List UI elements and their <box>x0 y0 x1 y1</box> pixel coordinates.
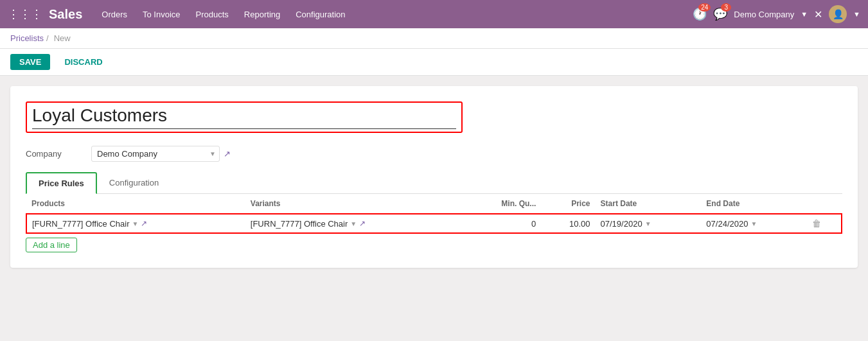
col-price: Price <box>541 194 595 214</box>
pricelist-name-input[interactable] <box>32 105 456 129</box>
company-select-wrapper: Demo Company ▼ ↗ <box>91 146 231 162</box>
company-select-container: Demo Company ▼ <box>91 146 220 162</box>
company-selector[interactable]: Demo Company <box>734 10 794 19</box>
company-external-link-icon[interactable]: ↗ <box>224 149 231 159</box>
table-row: [FURN_7777] Office Chair ▼ ↗ [FURN_7777]… <box>26 214 842 233</box>
variant-dropdown-arrow[interactable]: ▼ <box>350 220 357 227</box>
variant-value[interactable]: [FURN_7777] Office Chair <box>251 219 348 229</box>
col-start-date: Start Date <box>596 194 702 214</box>
col-variants: Variants <box>245 194 463 214</box>
variant-field: [FURN_7777] Office Chair ▼ ↗ <box>251 219 366 229</box>
save-button[interactable]: SAVE <box>10 54 50 70</box>
start-date-dropdown-arrow[interactable]: ▼ <box>645 220 651 227</box>
company-dropdown-arrow[interactable]: ▼ <box>801 10 808 18</box>
app-brand: Sales <box>49 7 82 22</box>
row-variant: [FURN_7777] Office Chair ▼ ↗ <box>245 214 463 233</box>
nav-to-invoice[interactable]: To Invoice <box>136 6 187 23</box>
end-date-value[interactable]: 07/24/2020 <box>706 219 748 229</box>
topbar: ⋮⋮⋮ Sales Orders To Invoice Products Rep… <box>0 0 868 28</box>
breadcrumb: Pricelists / New <box>0 28 868 49</box>
row-end-date: 07/24/2020 ▼ <box>701 214 807 233</box>
user-avatar[interactable]: 👤 <box>829 5 847 23</box>
nav-orders[interactable]: Orders <box>95 6 134 23</box>
nav-products[interactable]: Products <box>190 6 235 23</box>
start-date-field: 07/19/2020 ▼ <box>601 219 651 229</box>
row-start-date: 07/19/2020 ▼ <box>596 214 702 233</box>
add-line-wrapper: Add a line <box>26 238 842 252</box>
message-notification[interactable]: 💬 3 <box>713 7 727 21</box>
row-min-qty[interactable]: 0 <box>463 214 541 233</box>
start-date-value[interactable]: 07/19/2020 <box>601 219 642 229</box>
avatar-dropdown-arrow[interactable]: ▼ <box>853 10 860 18</box>
tab-configuration[interactable]: Configuration <box>97 172 171 194</box>
row-price[interactable]: 10.00 <box>541 214 595 233</box>
table-body: [FURN_7777] Office Chair ▼ ↗ [FURN_7777]… <box>26 214 842 233</box>
variant-external-link-icon[interactable]: ↗ <box>359 219 366 228</box>
action-bar: SAVE DISCARD <box>0 49 868 76</box>
company-label: Company <box>26 149 84 159</box>
row-delete-cell: 🗑 <box>807 214 842 233</box>
clock-notification[interactable]: 🕐 24 <box>693 7 707 21</box>
breadcrumb-separator: / <box>46 33 49 43</box>
table-header: Products Variants Min. Qu... Price Start… <box>26 194 842 214</box>
col-min-qty: Min. Qu... <box>463 194 541 214</box>
pricelist-name-wrapper <box>26 101 463 133</box>
company-select[interactable]: Demo Company <box>91 146 220 162</box>
main-content: Company Demo Company ▼ ↗ Price Rules Con… <box>0 76 868 336</box>
breadcrumb-current: New <box>54 33 71 43</box>
tabs-header: Price Rules Configuration <box>26 172 842 194</box>
grid-icon[interactable]: ⋮⋮⋮ <box>8 7 42 21</box>
row-delete-icon[interactable]: 🗑 <box>812 218 821 229</box>
nav-configuration[interactable]: Configuration <box>289 6 351 23</box>
product-dropdown-arrow[interactable]: ▼ <box>132 220 139 227</box>
col-products: Products <box>26 194 245 214</box>
breadcrumb-parent[interactable]: Pricelists <box>10 33 44 43</box>
product-external-link-icon[interactable]: ↗ <box>141 219 147 228</box>
top-nav: Orders To Invoice Products Reporting Con… <box>95 6 693 23</box>
end-date-dropdown-arrow[interactable]: ▼ <box>750 220 757 227</box>
col-end-date: End Date <box>701 194 807 214</box>
company-field-row: Company Demo Company ▼ ↗ <box>26 146 842 162</box>
message-badge-count: 3 <box>721 3 731 12</box>
form-card: Company Demo Company ▼ ↗ Price Rules Con… <box>10 86 858 268</box>
col-actions <box>807 194 842 214</box>
tab-price-rules[interactable]: Price Rules <box>26 172 97 194</box>
row-product: [FURN_7777] Office Chair ▼ ↗ <box>26 214 245 233</box>
nav-reporting[interactable]: Reporting <box>238 6 287 23</box>
tabs-container: Price Rules Configuration Products Varia… <box>26 172 842 252</box>
add-line-button[interactable]: Add a line <box>26 238 77 252</box>
price-rules-table: Products Variants Min. Qu... Price Start… <box>26 194 842 234</box>
topbar-right: 🕐 24 💬 3 Demo Company ▼ ✕ 👤 ▼ <box>693 5 860 23</box>
product-value[interactable]: [FURN_7777] Office Chair <box>32 219 130 229</box>
product-field: [FURN_7777] Office Chair ▼ ↗ <box>32 219 147 229</box>
discard-button[interactable]: DISCARD <box>55 54 111 70</box>
clock-badge-count: 24 <box>698 3 711 12</box>
end-date-field: 07/24/2020 ▼ <box>706 219 757 229</box>
close-icon[interactable]: ✕ <box>814 8 822 21</box>
